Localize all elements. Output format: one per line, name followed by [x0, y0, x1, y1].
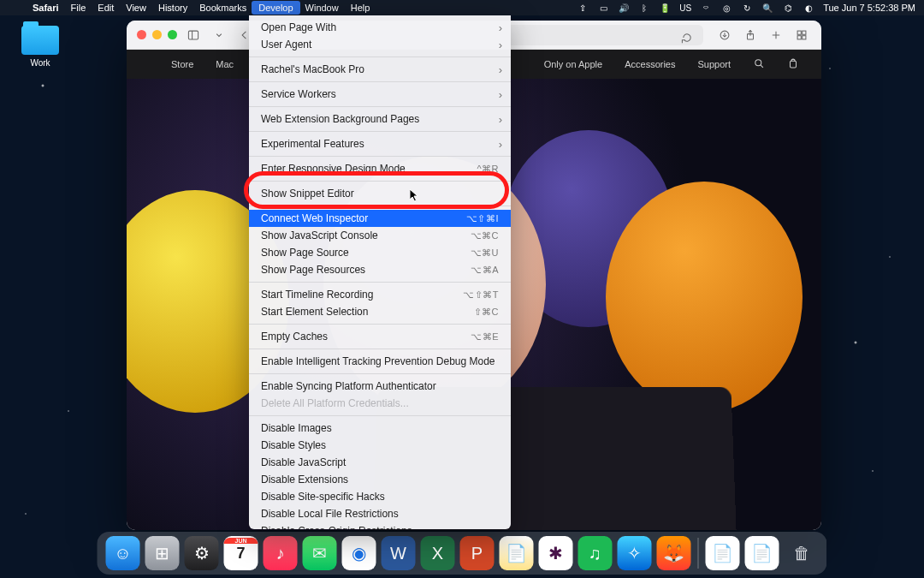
- menu-item-enable-syncing-platform-authenticator[interactable]: Enable Syncing Platform Authenticator: [249, 378, 511, 395]
- menu-edit[interactable]: Edit: [98, 3, 114, 13]
- menu-item-web-extension-background-pages[interactable]: Web Extension Background Pages: [249, 110, 511, 128]
- tablet-icon[interactable]: ▭: [597, 2, 609, 14]
- menu-item-label: Enable Intelligent Tracking Prevention D…: [261, 355, 499, 367]
- menu-history[interactable]: History: [158, 3, 187, 13]
- menu-view[interactable]: View: [126, 3, 146, 13]
- menu-item-label: Disable Local File Restrictions: [261, 508, 499, 520]
- menu-item-enter-responsive-design-mode[interactable]: Enter Responsive Design Mode^⌘R: [249, 160, 511, 177]
- nav-mac[interactable]: Mac: [216, 59, 234, 69]
- menu-item-show-javascript-console[interactable]: Show JavaScript Console⌥⌘C: [249, 227, 511, 244]
- volume-icon[interactable]: 🔊: [618, 2, 630, 14]
- menu-item-connect-web-inspector[interactable]: Connect Web Inspector⌥⇧⌘I: [249, 210, 511, 227]
- menu-item-disable-images[interactable]: Disable Images: [249, 420, 511, 437]
- control-center-icon[interactable]: ⌬: [782, 2, 794, 14]
- menu-item-disable-javascript[interactable]: Disable JavaScript: [249, 454, 511, 471]
- menu-item-show-page-resources[interactable]: Show Page Resources⌥⌘A: [249, 261, 511, 278]
- nav-accessories[interactable]: Accessories: [625, 59, 675, 69]
- menu-item-experimental-features[interactable]: Experimental Features: [249, 135, 511, 152]
- search-icon[interactable]: [753, 57, 765, 71]
- tab-overview-button[interactable]: [792, 26, 811, 45]
- tab-group-chevron-icon[interactable]: [210, 26, 228, 45]
- menu-item-enable-intelligent-tracking-prevention-debug-mode[interactable]: Enable Intelligent Tracking Prevention D…: [249, 353, 511, 370]
- dock-separator: [698, 538, 699, 569]
- menu-item-disable-extensions[interactable]: Disable Extensions: [249, 471, 511, 488]
- dropbox-icon[interactable]: ⇪: [577, 2, 589, 14]
- nav-store[interactable]: Store: [171, 59, 193, 69]
- menu-item-rachel-s-macbook-pro[interactable]: Rachel's MacBook Pro: [249, 61, 511, 78]
- battery-icon[interactable]: 🔋: [659, 2, 671, 14]
- menu-file[interactable]: File: [71, 3, 86, 13]
- menu-item-start-timeline-recording[interactable]: Start Timeline Recording⌥⇧⌘T: [249, 286, 511, 303]
- menu-item-label: Disable Styles: [261, 439, 499, 451]
- nav-support[interactable]: Support: [697, 59, 731, 69]
- dock-finder[interactable]: ☺: [106, 536, 140, 570]
- new-tab-button[interactable]: [767, 26, 785, 45]
- menu-item-label: Service Workers: [261, 88, 499, 100]
- bluetooth-icon[interactable]: ᛒ: [638, 2, 650, 14]
- menu-item-service-workers[interactable]: Service Workers: [249, 86, 511, 103]
- spotlight-icon[interactable]: 🔍: [761, 2, 773, 14]
- menu-bookmarks[interactable]: Bookmarks: [199, 3, 246, 13]
- dock-doc2[interactable]: 📄: [745, 536, 779, 570]
- dock-messages[interactable]: ✉: [303, 536, 337, 570]
- menu-item-disable-cross-origin-restrictions[interactable]: Disable Cross-Origin Restrictions: [249, 522, 511, 529]
- window-controls: [137, 30, 177, 39]
- reload-button[interactable]: [678, 28, 696, 47]
- menu-item-label: Disable Images: [261, 422, 499, 434]
- folder-label: Work: [19, 58, 62, 68]
- menu-item-show-snippet-editor[interactable]: Show Snippet Editor: [249, 185, 511, 202]
- dock-launchpad[interactable]: ⊞: [145, 536, 180, 570]
- menu-help[interactable]: Help: [351, 3, 370, 13]
- downloads-button[interactable]: [715, 26, 734, 45]
- menu-item-label: Web Extension Background Pages: [261, 113, 499, 125]
- menu-item-disable-site-specific-hacks[interactable]: Disable Site-specific Hacks: [249, 488, 511, 505]
- share-button[interactable]: [741, 26, 760, 45]
- dock-chrome[interactable]: ◉: [342, 536, 376, 570]
- dock-firefox[interactable]: 🦊: [657, 536, 691, 570]
- menu-item-label: Start Element Selection: [261, 306, 474, 318]
- dock-trash[interactable]: 🗑: [785, 536, 819, 570]
- dock-doc1[interactable]: 📄: [706, 536, 740, 570]
- menu-item-label: Show Snippet Editor: [261, 188, 499, 200]
- menu-develop[interactable]: Develop: [252, 1, 299, 15]
- svg-line-11: [761, 65, 763, 68]
- menu-window[interactable]: Window: [305, 3, 339, 13]
- apple-menu-icon[interactable]: [9, 2, 21, 14]
- nav-only-on-apple[interactable]: Only on Apple: [544, 59, 603, 69]
- minimize-button[interactable]: [152, 30, 162, 39]
- sidebar-button[interactable]: [184, 26, 203, 45]
- menu-item-open-page-with[interactable]: Open Page With: [249, 19, 511, 36]
- menu-item-user-agent[interactable]: User Agent: [249, 36, 511, 53]
- dock-notes[interactable]: 📄: [500, 536, 534, 570]
- menubar: Safari FileEditViewHistoryBookmarksDevel…: [0, 0, 924, 15]
- dock-music[interactable]: ♪: [264, 536, 298, 570]
- sync-icon[interactable]: ↻: [741, 2, 753, 14]
- svg-rect-0: [188, 31, 198, 39]
- menu-item-disable-styles[interactable]: Disable Styles: [249, 437, 511, 454]
- dock-powerpoint[interactable]: P: [460, 536, 495, 570]
- menu-item-disable-local-file-restrictions[interactable]: Disable Local File Restrictions: [249, 505, 511, 522]
- menu-item-label: Open Page With: [261, 21, 499, 33]
- zoom-button[interactable]: [168, 30, 177, 39]
- close-button[interactable]: [137, 30, 146, 39]
- siri-icon[interactable]: ◐: [803, 2, 814, 14]
- bag-icon[interactable]: [787, 57, 799, 71]
- dock-word[interactable]: W: [382, 536, 416, 570]
- wifi-icon[interactable]: ⌔: [700, 2, 712, 14]
- menu-item-start-element-selection[interactable]: Start Element Selection⇧⌘C: [249, 303, 511, 320]
- input-us-icon[interactable]: US: [679, 2, 691, 14]
- dock-spotify[interactable]: ♫: [578, 536, 613, 570]
- dock-settings[interactable]: ⚙: [185, 536, 219, 570]
- menubar-clock[interactable]: Tue Jun 7 5:52:38 PM: [823, 3, 915, 13]
- desktop-folder-work[interactable]: Work: [19, 26, 62, 68]
- menu-item-empty-caches[interactable]: Empty Caches⌥⌘E: [249, 328, 511, 345]
- menu-item-label: Show JavaScript Console: [261, 229, 471, 241]
- dock-calendar[interactable]: 7JUN: [224, 536, 258, 570]
- app-menu[interactable]: Safari: [33, 3, 59, 13]
- menu-item-label: Connect Web Inspector: [261, 212, 466, 224]
- menu-item-show-page-source[interactable]: Show Page Source⌥⌘U: [249, 244, 511, 261]
- dock-slack[interactable]: ✱: [539, 536, 573, 570]
- user-icon[interactable]: ◎: [720, 2, 732, 14]
- dock-safari[interactable]: ✧: [618, 536, 652, 570]
- dock-excel[interactable]: X: [421, 536, 455, 570]
